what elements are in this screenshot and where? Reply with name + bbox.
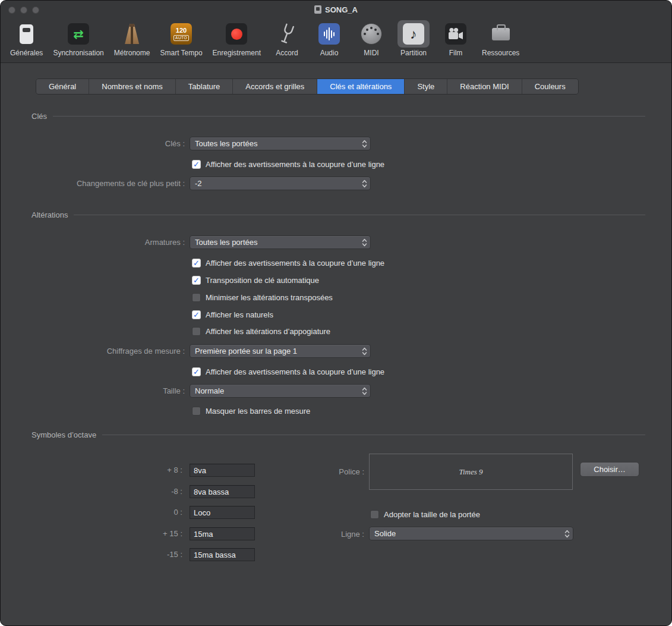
chevron-up-down-icon xyxy=(359,177,370,190)
section-title: Symboles d’octave xyxy=(31,430,96,439)
preferences-window: SONG_A Générales Synchronisation Métrono… xyxy=(0,0,672,626)
octave-minus8-label: -8 : xyxy=(117,487,182,496)
toolbar-item-label: Ressources xyxy=(482,49,519,57)
checkbox[interactable] xyxy=(192,259,201,268)
section-title: Clés xyxy=(31,112,47,121)
toolbar-item-label: Partition xyxy=(400,49,427,57)
checkbox-label: Transposition de clé automatique xyxy=(206,276,319,285)
window-title: SONG_A xyxy=(325,5,358,14)
checkbox[interactable] xyxy=(192,327,201,336)
tab-couleurs[interactable]: Couleurs xyxy=(522,79,578,94)
octave-minus15-input[interactable] xyxy=(190,548,255,561)
audio-waveform-icon xyxy=(318,23,340,45)
octave-zero-label: 0 : xyxy=(117,508,182,517)
checkbox-label: Masquer les barres de mesure xyxy=(206,407,310,416)
tab-nombres-et-noms[interactable]: Nombres et noms xyxy=(89,79,176,94)
armatures-popup-value: Toutes les portées xyxy=(195,238,258,247)
checkbox[interactable] xyxy=(192,293,201,302)
score-note-icon xyxy=(403,23,424,45)
metronome-icon xyxy=(124,24,140,44)
chevron-up-down-icon xyxy=(359,345,370,357)
checkbox-row-masquer-barres[interactable]: Masquer les barres de mesure xyxy=(192,406,310,416)
taille-popup[interactable]: Normale xyxy=(190,384,371,398)
ligne-popup[interactable]: Solide xyxy=(369,527,573,540)
armatures-popup[interactable]: Toutes les portées xyxy=(190,235,371,249)
octave-zero-input[interactable] xyxy=(190,506,255,519)
toolbar-item-enregistrement[interactable]: Enregistrement xyxy=(213,20,261,57)
checkbox[interactable] xyxy=(192,160,201,169)
tab-reaction-midi[interactable]: Réaction MIDI xyxy=(447,79,522,94)
toolbar-item-audio[interactable]: Audio xyxy=(313,20,345,57)
toolbar-item-accord[interactable]: Accord xyxy=(271,20,303,57)
chiffrages-label: Chiffrages de mesure : xyxy=(24,347,185,356)
toolbar-item-film[interactable]: Film xyxy=(440,20,472,57)
taille-popup-value: Normale xyxy=(195,386,224,395)
smart-tempo-icon: 120 AUTO xyxy=(171,23,192,45)
changements-popup[interactable]: -2 xyxy=(190,177,371,190)
checkbox-label: Adopter la taille de la portée xyxy=(384,510,480,519)
ligne-label: Ligne : xyxy=(305,530,364,539)
movie-camera-icon xyxy=(445,23,466,45)
tab-cles-et-alterations[interactable]: Clés et altérations xyxy=(317,79,405,94)
chevron-up-down-icon xyxy=(359,137,370,150)
toolbar-item-metronome[interactable]: Métronome xyxy=(114,20,150,57)
checkbox-row-minimiser[interactable]: Minimiser les altérations transposées xyxy=(192,292,333,303)
checkbox[interactable] xyxy=(192,407,201,416)
document-icon xyxy=(314,5,321,14)
section-title: Altérations xyxy=(31,210,68,219)
toolbar-item-synchronisation[interactable]: Synchronisation xyxy=(53,20,103,57)
general-settings-icon xyxy=(20,24,33,44)
toolbar-item-label: Générales xyxy=(10,49,43,57)
chiffrages-popup[interactable]: Première portée sur la page 1 xyxy=(190,344,371,358)
octave-plus15-input[interactable] xyxy=(190,527,255,540)
checkbox-label: Afficher des avertissements à la coupure… xyxy=(206,367,384,376)
checkbox-row-warning-armatures[interactable]: Afficher des avertissements à la coupure… xyxy=(192,258,384,268)
checkbox-row-adopter-taille[interactable]: Adopter la taille de la portée xyxy=(370,509,480,520)
midi-connector-icon xyxy=(361,23,382,45)
tab-tablature[interactable]: Tablature xyxy=(176,79,233,94)
checkbox-label: Minimiser les altérations transposées xyxy=(206,293,333,302)
record-icon xyxy=(226,23,247,45)
toolbar-item-ressources[interactable]: Ressources xyxy=(482,20,519,57)
preferences-toolbar: Générales Synchronisation Métronome 120 … xyxy=(1,19,671,63)
checkbox[interactable] xyxy=(192,276,201,285)
choisir-button[interactable]: Choisir… xyxy=(580,462,639,477)
checkbox-row-warning-cles[interactable]: Afficher des avertissements à la coupure… xyxy=(192,159,384,169)
smart-tempo-auto: AUTO xyxy=(173,35,189,41)
toolbar-item-partition[interactable]: Partition xyxy=(397,20,430,57)
octave-minus8-input[interactable] xyxy=(190,485,255,498)
changements-popup-value: -2 xyxy=(195,179,202,188)
checkbox-row-transposition[interactable]: Transposition de clé automatique xyxy=(192,275,319,285)
changements-label: Changements de clé plus petit : xyxy=(24,179,185,188)
toolbar-item-label: Synchronisation xyxy=(53,49,103,57)
octave-minus15-label: -15 : xyxy=(117,550,182,559)
checkbox[interactable] xyxy=(192,310,201,319)
tab-general[interactable]: Général xyxy=(36,79,89,94)
titlebar[interactable]: SONG_A xyxy=(1,1,671,18)
checkbox-row-appogiature[interactable]: Afficher les altérations d’appogiature xyxy=(192,326,330,336)
toolbar-item-label: Enregistrement xyxy=(213,49,261,57)
chevron-up-down-icon xyxy=(359,236,370,248)
title-wrap: SONG_A xyxy=(1,1,671,18)
cles-label: Clés : xyxy=(24,139,185,148)
checkbox-row-naturels[interactable]: Afficher les naturels xyxy=(192,310,273,320)
checkbox-label: Afficher les naturels xyxy=(206,310,273,319)
toolbar-item-smart-tempo[interactable]: 120 AUTO Smart Tempo xyxy=(160,20,202,57)
section-header-symboles-octave: Symboles d’octave xyxy=(31,430,645,439)
cles-popup[interactable]: Toutes les portées xyxy=(190,137,371,150)
checkbox[interactable] xyxy=(370,510,379,519)
checkbox-row-warning-chiffrages[interactable]: Afficher des avertissements à la coupure… xyxy=(192,367,384,377)
chevron-up-down-icon xyxy=(359,385,370,397)
toolbar-item-label: Métronome xyxy=(114,49,150,57)
tab-style[interactable]: Style xyxy=(405,79,447,94)
police-font-value: Times 9 xyxy=(459,467,482,477)
section-divider xyxy=(53,116,645,117)
tuning-fork-icon xyxy=(276,23,298,45)
checkbox[interactable] xyxy=(192,367,201,376)
tab-accords-et-grilles[interactable]: Accords et grilles xyxy=(233,79,317,94)
toolbar-item-label: Accord xyxy=(276,49,298,57)
toolbar-item-midi[interactable]: MIDI xyxy=(355,20,387,57)
checkbox-label: Afficher des avertissements à la coupure… xyxy=(206,259,384,268)
toolbar-item-generales[interactable]: Générales xyxy=(10,20,43,57)
octave-plus8-input[interactable] xyxy=(190,464,255,477)
